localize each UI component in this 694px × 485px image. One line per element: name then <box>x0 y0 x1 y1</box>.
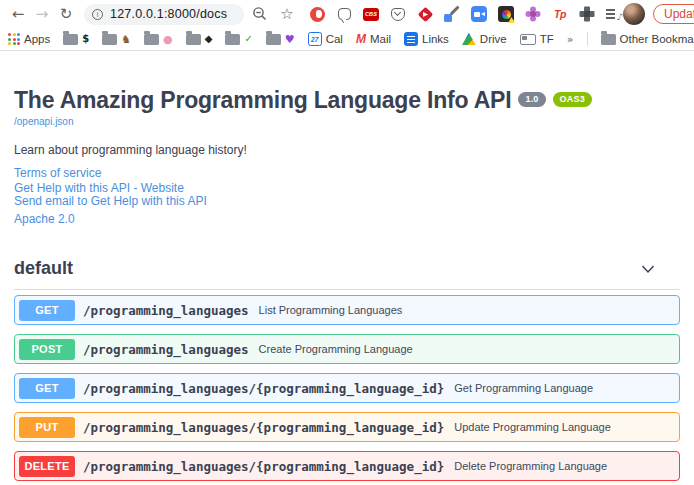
red-circle-extension-icon[interactable] <box>308 5 326 23</box>
folder-icon <box>601 34 616 45</box>
bookmark-folder-dollar[interactable] <box>63 34 89 45</box>
bookmark-star-icon[interactable]: ☆ <box>276 3 298 25</box>
method-badge: POST <box>19 339 75 360</box>
method-badge: PUT <box>19 417 75 438</box>
bookmark-folder-check[interactable] <box>225 34 252 45</box>
drive-icon <box>462 33 476 46</box>
forward-icon[interactable]: → <box>30 2 54 26</box>
method-badge: DELETE <box>19 456 75 477</box>
url-text[interactable]: 127.0.0.1:8000/docs <box>110 7 227 21</box>
horse-emblem-icon <box>121 34 131 45</box>
bookmarks-overflow-chevron[interactable]: » <box>567 33 574 46</box>
brain-emblem-icon <box>163 34 173 45</box>
profile-avatar[interactable] <box>623 3 645 25</box>
tampermonkey-extension-icon[interactable]: Tp <box>551 5 569 23</box>
browser-toolbar: ← → ↻ i 127.0.0.1:8000/docs ☆ CBS Tp ♪ U… <box>0 0 694 28</box>
graduation-cap-emblem-icon <box>205 34 213 44</box>
extensions-row: CBS Tp ♪ <box>308 5 623 23</box>
zoom-camera-extension-icon[interactable] <box>470 5 488 23</box>
address-bar[interactable]: i 127.0.0.1:8000/docs <box>84 4 244 25</box>
purple-heart-emblem-icon <box>285 34 295 45</box>
update-label: Update <box>664 7 694 21</box>
bookmark-folder-horse[interactable] <box>102 34 131 45</box>
tf-site-icon <box>520 34 536 45</box>
page-info-icon[interactable]: i <box>92 9 103 20</box>
email-help-link[interactable]: Send email to Get Help with this API <box>14 195 680 208</box>
endpoint-summary: Delete Programming Language <box>454 460 607 472</box>
bookmarks-bar: Apps 27 Cal M Mail Links Drive TF » Othe… <box>0 28 694 51</box>
api-title-row: The Amazing Programming Language Info AP… <box>14 87 680 113</box>
operations-list: GET /programming_languages List Programm… <box>14 295 680 481</box>
bookmark-folder-heart[interactable] <box>266 34 295 45</box>
dollar-emblem-icon <box>82 34 89 44</box>
bookmark-folder-grad-cap[interactable] <box>186 34 213 45</box>
method-badge: GET <box>19 300 75 321</box>
bookmarks-divider <box>587 32 588 46</box>
cbs-extension-icon[interactable]: CBS <box>362 5 380 23</box>
endpoint-row-delete[interactable]: DELETE /programming_languages/{programmi… <box>14 451 680 481</box>
openapi-json-link[interactable]: /openapi.json <box>14 116 680 127</box>
purple-flower-extension-icon[interactable] <box>524 5 542 23</box>
bookmark-links[interactable]: Links <box>404 32 449 46</box>
bookmark-label: Mail <box>370 33 391 45</box>
version-badge: 1.0 <box>518 92 545 107</box>
folder-icon <box>144 34 159 45</box>
collapse-chevron-icon[interactable] <box>640 261 656 277</box>
endpoint-path: /programming_languages <box>83 342 249 357</box>
folder-icon <box>266 34 281 45</box>
endpoint-summary: Update Programming Language <box>454 421 611 433</box>
endpoint-summary: Create Programming Language <box>259 343 413 355</box>
endpoint-path: /programming_languages/{programming_lang… <box>83 459 444 474</box>
endpoint-row-get-list[interactable]: GET /programming_languages List Programm… <box>14 295 680 325</box>
license-link[interactable]: Apache 2.0 <box>14 212 680 226</box>
bookmark-label: Other Bookmarks <box>620 33 694 45</box>
bookmark-label: TF <box>540 33 554 45</box>
oas3-badge: OAS3 <box>553 92 592 107</box>
endpoint-row-post-create[interactable]: POST /programming_languages Create Progr… <box>14 334 680 364</box>
tag-name: default <box>14 258 73 279</box>
links-icon <box>404 32 418 46</box>
bookmark-folder-brain[interactable] <box>144 34 173 45</box>
folder-icon <box>225 34 240 45</box>
zoom-out-indicator-icon[interactable] <box>249 3 271 25</box>
bookmark-label: Links <box>422 33 449 45</box>
endpoint-summary: List Programming Languages <box>259 304 403 316</box>
other-bookmarks[interactable]: Other Bookmarks <box>601 33 694 45</box>
pocket-extension-icon[interactable] <box>389 5 407 23</box>
folder-icon <box>102 34 117 45</box>
bookmark-drive[interactable]: Drive <box>462 33 507 46</box>
folder-icon <box>186 34 201 45</box>
gmail-icon: M <box>356 32 366 46</box>
endpoint-summary: Get Programming Language <box>454 382 593 394</box>
endpoint-path: /programming_languages/{programming_lang… <box>83 381 444 396</box>
terms-of-service-link[interactable]: Terms of service <box>14 166 680 180</box>
color-pinwheel-extension-icon[interactable] <box>497 5 515 23</box>
reload-icon[interactable]: ↻ <box>54 2 78 26</box>
endpoint-row-put-update[interactable]: PUT /programming_languages/{programming_… <box>14 412 680 442</box>
bookmark-label: Drive <box>480 33 507 45</box>
bookmark-cal[interactable]: 27 Cal <box>308 32 343 46</box>
api-description: Learn about programming language history… <box>14 143 680 157</box>
red-diamond-extension-icon[interactable] <box>416 5 434 23</box>
method-badge: GET <box>19 378 75 399</box>
endpoint-path: /programming_languages <box>83 303 249 318</box>
tag-section-header[interactable]: default <box>14 258 680 290</box>
bookmark-apps[interactable]: Apps <box>8 33 50 45</box>
gray-pinwheel-extension-icon[interactable] <box>578 5 596 23</box>
eyedropper-extension-icon[interactable] <box>443 5 461 23</box>
update-button[interactable]: Update ⋮ <box>653 4 694 24</box>
green-check-emblem-icon <box>244 34 252 44</box>
back-icon[interactable]: ← <box>6 2 30 26</box>
bookmark-label: Apps <box>24 33 50 45</box>
endpoint-path: /programming_languages/{programming_lang… <box>83 420 444 435</box>
chat-bubble-extension-icon[interactable] <box>335 5 353 23</box>
calendar-icon: 27 <box>308 32 322 46</box>
swagger-docs-page: The Amazing Programming Language Info AP… <box>0 51 694 481</box>
music-playlist-extension-icon[interactable]: ♪ <box>605 5 623 23</box>
bookmark-tf[interactable]: TF <box>520 33 554 45</box>
folder-icon <box>63 34 78 45</box>
bookmark-mail[interactable]: M Mail <box>356 32 391 46</box>
bookmark-label: Cal <box>326 33 343 45</box>
contact-links: Get Help with this API - Website Send em… <box>14 182 680 208</box>
endpoint-row-get-one[interactable]: GET /programming_languages/{programming_… <box>14 373 680 403</box>
